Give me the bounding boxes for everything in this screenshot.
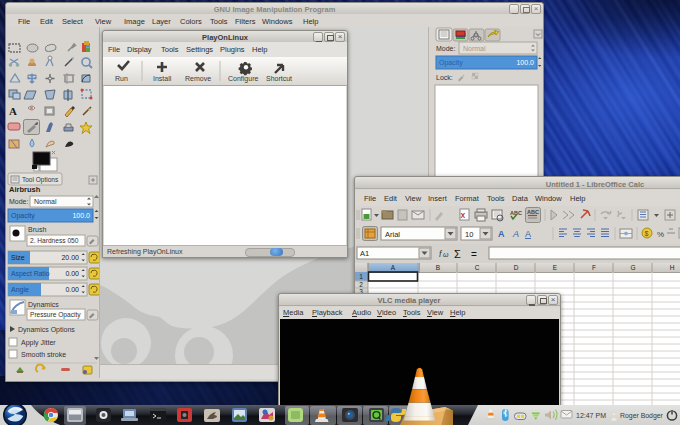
svg-text:20.00: 20.00 bbox=[61, 254, 79, 261]
svg-text:A: A bbox=[498, 229, 505, 239]
svg-text:C: C bbox=[475, 264, 480, 271]
svg-text:B: B bbox=[436, 264, 440, 271]
svg-text:F: F bbox=[592, 264, 596, 271]
svg-text:2. Hardness 050: 2. Hardness 050 bbox=[30, 237, 79, 244]
svg-text:Normal: Normal bbox=[463, 45, 486, 52]
svg-text:$: $ bbox=[645, 230, 649, 237]
svg-text:Mode:: Mode: bbox=[9, 198, 29, 205]
svg-text:A1: A1 bbox=[360, 249, 369, 258]
svg-text:Brush: Brush bbox=[28, 226, 46, 233]
svg-text:100.0: 100.0 bbox=[516, 59, 534, 66]
svg-text:Normal: Normal bbox=[34, 198, 57, 205]
svg-text:100.0: 100.0 bbox=[72, 212, 90, 219]
svg-text:D: D bbox=[514, 264, 519, 271]
svg-text:2: 2 bbox=[359, 281, 363, 288]
svg-text:Angle: Angle bbox=[11, 286, 29, 294]
svg-text:Run: Run bbox=[115, 75, 128, 82]
svg-text:Aspect Ratio: Aspect Ratio bbox=[11, 270, 50, 278]
svg-text:A: A bbox=[512, 229, 519, 239]
svg-text:Smooth stroke: Smooth stroke bbox=[21, 351, 66, 358]
svg-text:=: = bbox=[471, 249, 477, 260]
svg-text:Mode:: Mode: bbox=[436, 45, 456, 52]
svg-text:Σ: Σ bbox=[454, 248, 461, 260]
svg-text:Airbrush: Airbrush bbox=[9, 185, 41, 194]
svg-text:H: H bbox=[670, 264, 675, 271]
svg-text:12:47 PM: 12:47 PM bbox=[576, 412, 606, 419]
svg-text:G: G bbox=[630, 264, 635, 271]
svg-text:Pressure Opacity: Pressure Opacity bbox=[30, 311, 81, 319]
svg-text:A: A bbox=[391, 264, 396, 271]
svg-text:1: 1 bbox=[359, 273, 363, 280]
svg-text:A: A bbox=[9, 105, 17, 117]
svg-text:Opacity: Opacity bbox=[439, 59, 463, 67]
svg-text:%: % bbox=[657, 230, 664, 239]
svg-text:Opacity: Opacity bbox=[11, 212, 35, 220]
svg-text:X: X bbox=[461, 212, 466, 219]
svg-text:Tool Options: Tool Options bbox=[22, 176, 59, 184]
svg-text:Lock:: Lock: bbox=[436, 74, 453, 81]
svg-text:Dynamics Options: Dynamics Options bbox=[18, 326, 75, 334]
svg-text:ω: ω bbox=[443, 251, 449, 258]
svg-text:Dynamics: Dynamics bbox=[28, 301, 59, 309]
svg-text:10: 10 bbox=[465, 230, 473, 239]
svg-text:Shortcut: Shortcut bbox=[266, 75, 292, 82]
svg-text:Configure: Configure bbox=[228, 75, 258, 83]
svg-text:Arial: Arial bbox=[385, 230, 400, 239]
svg-text:E: E bbox=[553, 264, 558, 271]
svg-text:Apply Jitter: Apply Jitter bbox=[21, 339, 56, 347]
svg-text:0.00: 0.00 bbox=[65, 286, 79, 293]
svg-text:Size: Size bbox=[11, 254, 25, 261]
svg-text:A: A bbox=[525, 229, 531, 239]
svg-text:Roger Bodger: Roger Bodger bbox=[620, 412, 664, 420]
svg-text:0.00: 0.00 bbox=[65, 270, 79, 277]
svg-text:Remove: Remove bbox=[185, 75, 211, 82]
svg-text:ABC: ABC bbox=[527, 209, 539, 215]
svg-text:Install: Install bbox=[153, 75, 172, 82]
